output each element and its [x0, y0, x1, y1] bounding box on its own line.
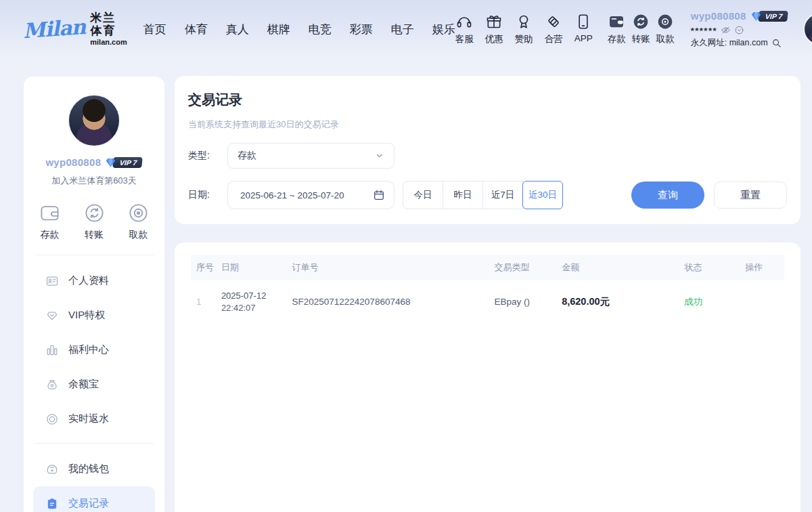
- transfer-icon: [83, 202, 106, 224]
- deposit-link[interactable]: 存款: [608, 13, 626, 45]
- username[interactable]: wyp080808: [691, 10, 746, 22]
- type-select[interactable]: 存款: [227, 143, 394, 169]
- sidebar-item-profile[interactable]: 个人资料: [33, 263, 155, 298]
- sidebar-item-label: VIP特权: [68, 309, 105, 322]
- withdraw-label: 取款: [656, 33, 675, 45]
- transfer-label: 转账: [85, 229, 104, 241]
- date-range-presets: 今日 昨日 近7日 近30日: [403, 181, 563, 209]
- sidebar-item-label: 我的钱包: [68, 463, 109, 475]
- sidebar-item-wallet[interactable]: 我的钱包: [33, 452, 155, 486]
- filter-buttons: 查询 重置: [631, 182, 787, 209]
- search-button[interactable]: 查询: [631, 182, 704, 209]
- nav-slots[interactable]: 电子: [391, 22, 414, 37]
- sidebar-item-benefits[interactable]: 福利中心: [33, 333, 155, 367]
- row-date: 2025-07-12 22:42:07: [221, 291, 292, 313]
- type-filter-row: 类型: 存款: [188, 143, 787, 169]
- sidebar-item-label: 交易记录: [68, 497, 109, 510]
- sidebar-item-label: 余额宝: [68, 378, 99, 391]
- gift-icon: [485, 13, 503, 30]
- sidebar-item-yuebao[interactable]: 余额宝: [33, 367, 155, 402]
- main-nav: 首页 体育 真人 棋牌 电竞 彩票 电子 娱乐: [143, 22, 455, 37]
- partner-link[interactable]: 合营: [545, 13, 563, 45]
- chevron-down-icon: [375, 151, 384, 161]
- col-seq: 序号: [191, 261, 221, 274]
- table-header: 序号 日期 订单号 交易类型 金额 状态 操作: [191, 255, 784, 280]
- nav-home[interactable]: 首页: [143, 22, 166, 37]
- date-filter-row: 日期: 2025-06-21 ~ 2025-07-20 今日 昨日 近7日 近3…: [188, 181, 787, 209]
- row-date-day: 2025-07-12: [221, 291, 292, 301]
- date-label: 日期:: [188, 189, 218, 201]
- records-icon: [45, 497, 59, 511]
- avatar[interactable]: [68, 94, 120, 147]
- row-seq: 1: [191, 297, 221, 307]
- refresh-chevron-icon[interactable]: [734, 25, 744, 35]
- service-link[interactable]: 客服: [455, 13, 474, 45]
- medal-icon: [515, 13, 533, 30]
- withdraw-link[interactable]: 取款: [656, 13, 675, 45]
- profile-name-row: wyp080808 VIP 7: [24, 156, 164, 169]
- profile-card: wyp080808 VIP 7 加入米兰体育第603天: [24, 94, 164, 187]
- col-date: 日期: [221, 261, 292, 274]
- date-range-input[interactable]: 2025-06-21 ~ 2025-07-20: [227, 181, 394, 209]
- wallet-icon: [608, 13, 625, 30]
- sponsor-link[interactable]: 赞助: [515, 13, 533, 45]
- table-row: 1 2025-07-12 22:42:07 SF2025071222420786…: [191, 280, 784, 320]
- withdraw-label: 取款: [129, 229, 148, 241]
- nav-cards[interactable]: 棋牌: [267, 22, 290, 37]
- topbar-right: 客服 优惠 赞助: [455, 9, 812, 49]
- nav-lottery[interactable]: 彩票: [350, 22, 373, 37]
- deposit-label: 存款: [41, 229, 60, 241]
- col-order-no: 订单号: [292, 261, 495, 274]
- filter-card: 交易记录 当前系统支持查询最近30日的交易记录 类型: 存款 日期: 2025-…: [175, 76, 800, 224]
- col-status: 状态: [663, 261, 724, 274]
- page-subtitle: 当前系统支持查询最近30日的交易记录: [188, 119, 787, 131]
- reset-button[interactable]: 重置: [714, 182, 787, 209]
- sidebar-item-rebate[interactable]: 实时返水: [33, 402, 155, 436]
- main-content: 交易记录 当前系统支持查询最近30日的交易记录 类型: 存款 日期: 2025-…: [175, 76, 800, 512]
- calendar-icon: [373, 189, 385, 201]
- range-30days-button[interactable]: 近30日: [522, 181, 563, 209]
- logo-script: Milan: [22, 17, 86, 41]
- transfer-label: 转账: [632, 33, 650, 45]
- divider: [35, 443, 154, 444]
- withdraw-icon: [127, 202, 150, 224]
- permanent-url: 永久网址: milan.com: [691, 37, 768, 49]
- sidebar-quick-actions: 存款 转账 取款: [24, 202, 164, 241]
- money-bag-icon: [45, 378, 59, 391]
- transfer-action[interactable]: 转账: [83, 202, 106, 241]
- avatar[interactable]: [803, 13, 812, 45]
- vip-badge[interactable]: VIP 7: [750, 9, 788, 22]
- range-yesterday-button[interactable]: 昨日: [443, 181, 483, 209]
- eye-off-icon[interactable]: [721, 25, 731, 35]
- col-action: 操作: [723, 261, 784, 274]
- transfer-link[interactable]: 转账: [632, 13, 650, 45]
- promo-link[interactable]: 优惠: [485, 13, 503, 45]
- logo-name-cn: 米兰体育: [90, 12, 127, 37]
- transactions-table-card: 序号 日期 订单号 交易类型 金额 状态 操作 1 2025-07-12 22:…: [175, 242, 800, 512]
- nav-esports[interactable]: 电竞: [309, 22, 332, 37]
- deposit-action[interactable]: 存款: [39, 202, 61, 241]
- nav-live[interactable]: 真人: [226, 22, 249, 37]
- topbar: Milan 米兰体育 milan.com 首页 体育 真人 棋牌 电竞 彩票 电…: [0, 0, 812, 58]
- row-status-badge: 成功: [663, 296, 724, 308]
- withdraw-action[interactable]: 取款: [127, 202, 150, 241]
- range-7days-button[interactable]: 近7日: [482, 181, 523, 209]
- app-link[interactable]: APP: [574, 13, 593, 45]
- vip-badge: VIP 7: [104, 156, 142, 169]
- range-today-button[interactable]: 今日: [403, 181, 443, 209]
- sidebar-item-label: 实时返水: [68, 412, 109, 425]
- sidebar-item-vip[interactable]: VIP特权: [33, 298, 155, 333]
- type-label: 类型:: [188, 150, 218, 162]
- user-name-row: wyp080808 VIP 7: [691, 9, 792, 22]
- user-info: wyp080808 VIP 7 ******: [691, 9, 792, 49]
- sidebar-item-label: 福利中心: [68, 343, 109, 356]
- magnifier-icon[interactable]: [771, 38, 782, 48]
- benefits-icon: [45, 343, 59, 357]
- nav-entertainment[interactable]: 娱乐: [432, 22, 455, 37]
- site-url-row: 永久网址: milan.com: [691, 37, 792, 49]
- quick-links: 客服 优惠 赞助: [455, 13, 593, 45]
- headset-icon: [455, 13, 473, 30]
- nav-sports[interactable]: 体育: [185, 22, 208, 37]
- logo[interactable]: Milan 米兰体育 milan.com: [23, 12, 127, 45]
- sidebar-item-transactions[interactable]: 交易记录: [33, 486, 155, 512]
